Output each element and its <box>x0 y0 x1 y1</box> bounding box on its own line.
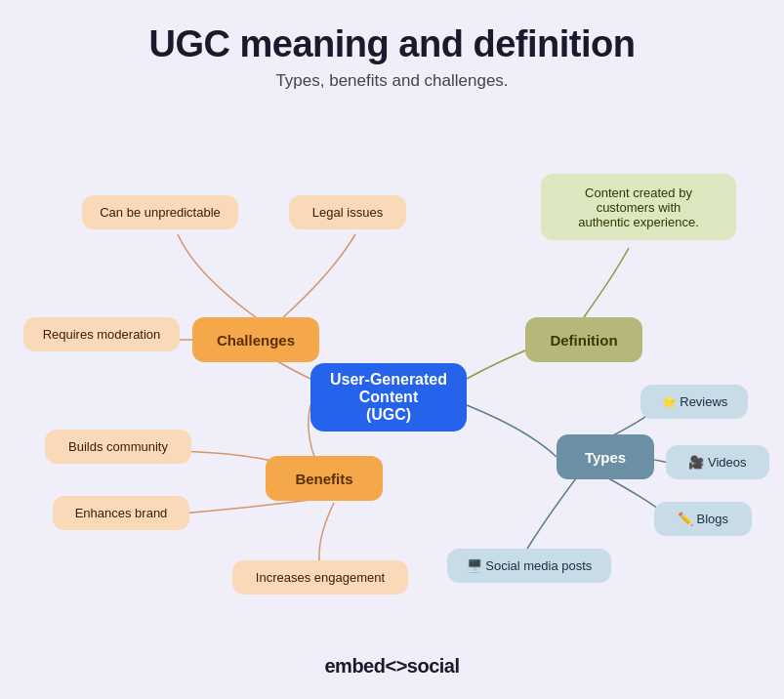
page-title: UGC meaning and definition <box>0 0 784 65</box>
leaf-definition-text: Content created by customers with authen… <box>541 174 736 240</box>
brand-logo: embed<>social <box>324 655 459 678</box>
center-node: User-Generated Content (UGC) <box>310 363 467 432</box>
leaf-enhances-brand: Enhances brand <box>53 496 189 530</box>
leaf-moderation: Requires moderation <box>23 317 180 351</box>
page-subtitle: Types, benefits and challenges. <box>0 71 784 91</box>
leaf-reviews: ⭐ Reviews <box>640 385 748 419</box>
leaf-legal: Legal issues <box>289 195 406 229</box>
leaf-social: 🖥️ Social media posts <box>447 549 611 583</box>
leaf-videos: 🎥 Videos <box>666 445 769 479</box>
leaf-unpredictable: Can be unpredictable <box>82 195 238 229</box>
leaf-increases-engagement: Increases engagement <box>232 560 408 595</box>
brand-arrows: <> <box>385 655 406 678</box>
definition-node: Definition <box>525 317 642 362</box>
benefits-node: Benefits <box>266 456 383 501</box>
leaf-builds-community: Builds community <box>45 430 191 464</box>
leaf-blogs: ✏️ Blogs <box>654 502 752 536</box>
types-node: Types <box>557 434 654 479</box>
challenges-node: Challenges <box>192 317 319 362</box>
